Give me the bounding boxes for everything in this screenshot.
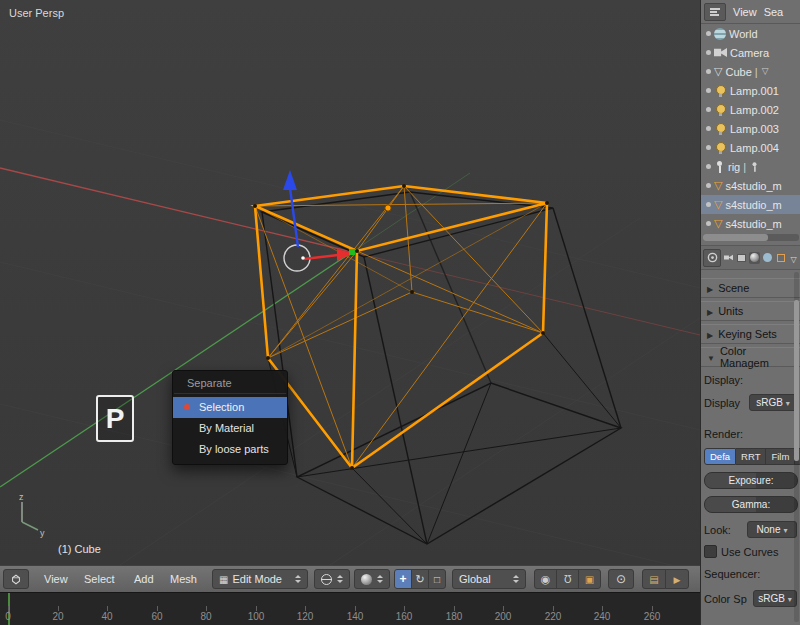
panel-scene[interactable]: Scene <box>701 278 800 298</box>
segment-default[interactable]: Defa <box>704 448 736 465</box>
3d-viewport[interactable]: User Persp P Separate Selection By Mater… <box>0 0 700 565</box>
orientation-dropdown[interactable]: Global <box>452 569 526 589</box>
editor-type-button[interactable] <box>3 569 29 589</box>
hierarchy-dot-icon <box>706 202 711 207</box>
look-dropdown[interactable]: None <box>747 521 797 538</box>
hierarchy-dot-icon <box>706 31 711 36</box>
tab-data-icon[interactable] <box>788 252 799 264</box>
snap-target-button[interactable] <box>608 569 634 589</box>
updown-arrows-icon <box>377 572 383 586</box>
select-menu[interactable]: Select <box>84 566 115 593</box>
render-preview-group <box>642 569 689 589</box>
segment-rrt[interactable]: RRT <box>736 448 766 465</box>
render-section-row: Render: <box>704 428 797 440</box>
outliner-item-camera[interactable]: Camera <box>701 43 800 62</box>
panel-keying-sets[interactable]: Keying Sets <box>701 324 800 344</box>
menu-item-by-loose-parts[interactable]: By loose parts <box>173 439 287 460</box>
snap-element-dropdown[interactable] <box>578 569 601 589</box>
tab-world-icon[interactable] <box>762 252 773 264</box>
hierarchy-dot-icon <box>706 183 711 188</box>
opengl-render-image-button[interactable] <box>642 569 666 589</box>
viewport-header: View Select Add Mesh Edit Mode Global <box>0 565 700 592</box>
render-anim-icon <box>674 573 681 585</box>
outliner-item-lamp-003[interactable]: Lamp.003 <box>701 119 800 138</box>
outliner-item-s4studio-3[interactable]: s4studio_m <box>701 214 800 233</box>
properties-editor-icon <box>707 252 718 263</box>
outliner-h-scrollbar[interactable] <box>703 234 799 241</box>
sequencer-section-row: Sequencer: <box>704 568 797 580</box>
tab-object-icon[interactable] <box>775 252 786 264</box>
updown-arrows-icon <box>295 572 301 586</box>
drawtype-dropdown[interactable] <box>314 569 350 589</box>
editor-type-button[interactable] <box>704 3 726 21</box>
outliner-editor-icon <box>709 6 721 18</box>
exposure-slider[interactable]: Exposure: <box>704 472 798 489</box>
outliner-search-menu[interactable]: Sea <box>764 6 784 18</box>
frame-number: 20 <box>52 611 63 622</box>
frame-number: 220 <box>545 611 562 622</box>
chevron-down-icon <box>786 397 790 408</box>
outliner-item-lamp-004[interactable]: Lamp.004 <box>701 138 800 157</box>
menu-divider <box>174 393 286 394</box>
view-menu[interactable]: View <box>44 566 68 593</box>
magnet-icon <box>564 573 571 585</box>
scrollbar-thumb[interactable] <box>703 234 768 241</box>
properties-v-scrollbar[interactable] <box>794 272 799 622</box>
translate-manipulator-toggle[interactable] <box>394 569 412 589</box>
proportional-edit-dropdown[interactable] <box>534 569 557 589</box>
snap-toggle-button[interactable] <box>556 569 579 589</box>
rotate-manipulator-toggle[interactable] <box>411 569 429 589</box>
outliner-item-lamp-002[interactable]: Lamp.002 <box>701 100 800 119</box>
timeline-ruler[interactable]: 0 20 40 60 80 100 120 140 160 180 200 22… <box>0 592 700 625</box>
armature-icon <box>714 160 725 174</box>
editor-type-button[interactable] <box>703 249 721 267</box>
mesh-icon <box>714 65 722 78</box>
object-origin-dot <box>385 205 391 211</box>
shading-dropdown[interactable] <box>354 569 390 589</box>
use-curves-checkbox[interactable] <box>704 545 717 558</box>
segment-film[interactable]: Film <box>766 448 795 465</box>
scale-icon <box>434 573 440 585</box>
frame-number: 40 <box>101 611 112 622</box>
outliner-item-cube[interactable]: Cube | <box>701 62 800 81</box>
proportional-edit-icon <box>541 573 551 586</box>
outliner-item-s4studio-1[interactable]: s4studio_m <box>701 176 800 195</box>
scale-manipulator-toggle[interactable] <box>428 569 446 589</box>
y-axis-label: y <box>40 528 45 538</box>
menu-item-by-material[interactable]: By Material <box>173 418 287 439</box>
gamma-slider[interactable]: Gamma: <box>704 496 798 513</box>
add-menu[interactable]: Add <box>134 566 154 593</box>
display-device-dropdown[interactable]: sRGB <box>749 394 797 411</box>
translate-icon <box>399 572 406 586</box>
menu-item-selection[interactable]: Selection <box>173 397 287 418</box>
3d-scene[interactable] <box>0 0 700 565</box>
hierarchy-dot-icon <box>706 164 711 169</box>
hierarchy-dot-icon <box>706 145 711 150</box>
y-axis-handle <box>349 249 355 255</box>
tab-render-icon[interactable] <box>723 252 734 264</box>
mode-dropdown[interactable]: Edit Mode <box>212 569 308 589</box>
hierarchy-dot-icon <box>706 221 711 226</box>
tab-render-layers-icon[interactable] <box>736 252 747 264</box>
outliner-item-s4studio-2[interactable]: s4studio_m <box>701 195 800 214</box>
transform-manipulator[interactable] <box>283 170 355 271</box>
panel-color-management[interactable]: Color Managem <box>701 347 800 367</box>
colorspace-dropdown[interactable]: sRGB <box>753 590 797 607</box>
keystroke-overlay: P <box>96 395 134 442</box>
updown-arrows-icon <box>337 572 343 586</box>
opengl-render-anim-button[interactable] <box>665 569 689 589</box>
tab-scene-icon[interactable] <box>749 252 760 264</box>
mesh-data-icon <box>714 217 722 230</box>
properties-header <box>701 245 800 270</box>
use-curves-row: Use Curves <box>704 545 797 558</box>
panel-units[interactable]: Units <box>701 301 800 321</box>
outliner-view-menu[interactable]: View <box>733 6 757 18</box>
mesh-menu[interactable]: Mesh <box>170 566 197 593</box>
outliner-item-lamp-001[interactable]: Lamp.001 <box>701 81 800 100</box>
camera-icon <box>714 47 727 58</box>
outliner-item-rig[interactable]: rig | <box>701 157 800 176</box>
world-icon <box>714 28 726 40</box>
z-axis-label: z <box>19 492 24 502</box>
outliner-item-world[interactable]: World <box>701 24 800 43</box>
scrollbar-thumb[interactable] <box>794 300 799 461</box>
